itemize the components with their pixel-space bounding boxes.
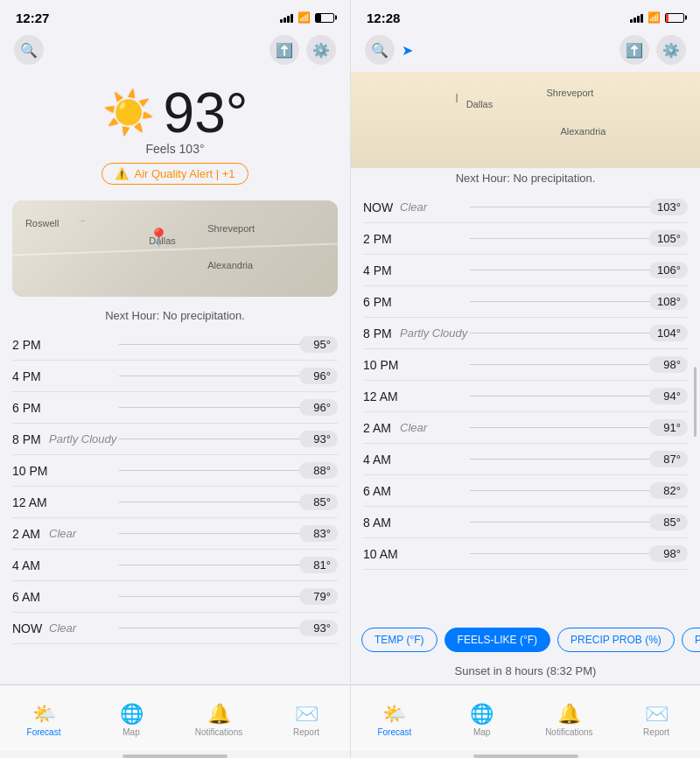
condition-label: Clear (49, 621, 119, 635)
battery-icon-right (665, 13, 684, 23)
metric-tab-tempf[interactable]: TEMP (°F) (361, 628, 438, 652)
hour-label: 2 AM (363, 421, 400, 435)
nav-item-report-right[interactable]: ✉️ Report (612, 692, 700, 747)
sun-temp-row: ☀️ 93° (102, 81, 248, 145)
map-pin-left: 📍 (148, 227, 170, 248)
nav-icon: 🌤️ (382, 703, 406, 726)
temp-badge: 91° (649, 419, 688, 436)
metric-tab-precipprob[interactable]: PRECIP PROB (%) (557, 628, 675, 652)
temp-bar (119, 565, 299, 566)
map-label-dallas-right: Dallas (466, 99, 494, 109)
map-label-shreveport-left: Shreveport (207, 223, 255, 234)
temp-badge: 103° (649, 199, 688, 215)
list-item: 4 PM 96° (12, 361, 338, 392)
status-bar-right: 12:28 📶 (351, 0, 700, 32)
temp-bar (470, 459, 649, 460)
temp-badge: 85° (649, 514, 688, 530)
hourly-scroll-right[interactable]: NOW Clear 103° 2 PM 105° 4 PM 106° 6 PM … (351, 192, 700, 621)
search-icon-right[interactable]: 🔍 (365, 35, 395, 65)
temp-badge: 104° (649, 325, 688, 341)
map-arrow: → (77, 215, 86, 225)
temp-bar (119, 502, 299, 503)
nav-item-map-left[interactable]: 🌐 Map (88, 692, 175, 747)
precip-text-right: Next Hour: No precipitation. (351, 172, 700, 185)
wifi-icon: 📶 (298, 11, 311, 24)
phone-left: 12:27 📶 🔍 ⬆️ ⚙️ ☀️ 93° Feels 103° (0, 0, 350, 758)
temp-bar (470, 490, 649, 492)
condition-label: Partly Cloudy (400, 326, 470, 340)
share-icon-right[interactable]: ⬆️ (620, 35, 649, 65)
temp-badge: 85° (299, 494, 338, 510)
hourly-scroll-left[interactable]: 2 PM 95° 4 PM 96° 6 PM 96° 8 PM Partly C… (0, 329, 350, 684)
temp-bar (470, 333, 649, 334)
nav-item-notifications-right[interactable]: 🔔 Notifications (526, 692, 613, 747)
hour-label: 8 AM (363, 516, 400, 530)
list-item: 12 AM 94° (363, 381, 688, 412)
temp-bar (470, 301, 649, 303)
nav-icon: ✉️ (645, 703, 668, 726)
nav-icon: ✉️ (295, 703, 318, 726)
temp-badge: 96° (299, 368, 338, 384)
hour-label: 12 AM (363, 390, 400, 404)
nav-label: Forecast (377, 727, 411, 737)
weather-header: ☀️ 93° Feels 103° ⚠️ Air Quality Alert |… (0, 72, 350, 192)
battery-icon-left (315, 13, 334, 23)
settings-icon-right[interactable]: ⚙️ (656, 35, 686, 65)
hour-label: NOW (363, 200, 400, 214)
nav-label: Report (643, 727, 669, 737)
bottom-nav-left: 🌤️ Forecast 🌐 Map 🔔 Notifications ✉️ Rep… (0, 684, 350, 751)
list-item: 8 PM Partly Cloudy 93° (12, 424, 338, 455)
list-item: 10 PM 98° (363, 349, 688, 381)
map-top-right[interactable]: Dallas Shreveport Alexandria | (351, 72, 700, 168)
temp-badge: 98° (649, 356, 688, 373)
time-right: 12:28 (367, 11, 400, 25)
nav-item-forecast-left[interactable]: 🌤️ Forecast (0, 692, 88, 747)
nav-item-notifications-left[interactable]: 🔔 Notifications (175, 692, 262, 747)
hour-label: 2 AM (12, 527, 49, 541)
map-label-tick: | (456, 93, 458, 102)
nav-item-report-left[interactable]: ✉️ Report (262, 692, 350, 747)
scroll-indicator-right (694, 367, 696, 437)
metric-tab-feelslikef[interactable]: FEELS-LIKE (°F) (444, 628, 550, 652)
settings-icon-left[interactable]: ⚙️ (306, 35, 336, 65)
left-actions-right: 🔍 ➤ (365, 35, 413, 65)
phone-right: 12:28 📶 🔍 ➤ ⬆️ ⚙️ Dallas Shr (350, 0, 700, 758)
hour-label: 6 AM (363, 484, 400, 498)
temp-bar (119, 344, 299, 346)
sun-icon: ☀️ (102, 88, 155, 137)
hour-label: 10 PM (363, 358, 400, 372)
temp-badge: 105° (649, 230, 688, 247)
list-item: 6 PM 96° (12, 392, 338, 424)
metric-tab-preci[interactable]: PRECI... (682, 628, 700, 652)
nav-item-forecast-right[interactable]: 🌤️ Forecast (351, 692, 438, 747)
air-quality-alert-badge[interactable]: ⚠️ Air Quality Alert | +1 (102, 163, 248, 185)
status-icons-left: 📶 (280, 11, 334, 24)
temp-bar (470, 207, 649, 208)
top-actions-right: 🔍 ➤ ⬆️ ⚙️ (351, 32, 700, 72)
temp-bar (470, 238, 649, 240)
condition-label: Clear (400, 421, 470, 434)
list-item: 4 AM 81° (12, 550, 338, 581)
sunset-text: Sunset in 8 hours (8:32 PM) (351, 659, 700, 684)
temp-bar (119, 533, 299, 535)
nav-icon: 🌤️ (32, 703, 56, 726)
hour-label: 4 AM (363, 453, 400, 467)
alert-icon: ⚠️ (115, 167, 129, 180)
search-icon-left[interactable]: 🔍 (14, 35, 44, 65)
nav-label: Map (122, 727, 139, 737)
hour-label: 2 PM (363, 232, 400, 246)
hour-label: 8 PM (363, 326, 400, 340)
list-item: 2 PM 105° (363, 223, 688, 255)
nav-label: Map (473, 727, 490, 737)
temp-bar (470, 364, 649, 366)
temp-badge: 96° (299, 399, 338, 416)
share-icon-left[interactable]: ⬆️ (270, 35, 299, 65)
list-item: 6 AM 82° (363, 475, 688, 507)
map-container-left[interactable]: Roswell Dallas Shreveport Alexandria 📍 → (12, 200, 338, 297)
bottom-nav-right: 🌤️ Forecast 🌐 Map 🔔 Notifications ✉️ Rep… (351, 684, 700, 751)
temp-badge: 106° (649, 262, 688, 278)
list-item: NOW Clear 93° (12, 613, 338, 644)
list-item: 8 AM 85° (363, 507, 688, 538)
nav-item-map-right[interactable]: 🌐 Map (438, 692, 526, 747)
hour-label: 4 PM (12, 369, 49, 383)
